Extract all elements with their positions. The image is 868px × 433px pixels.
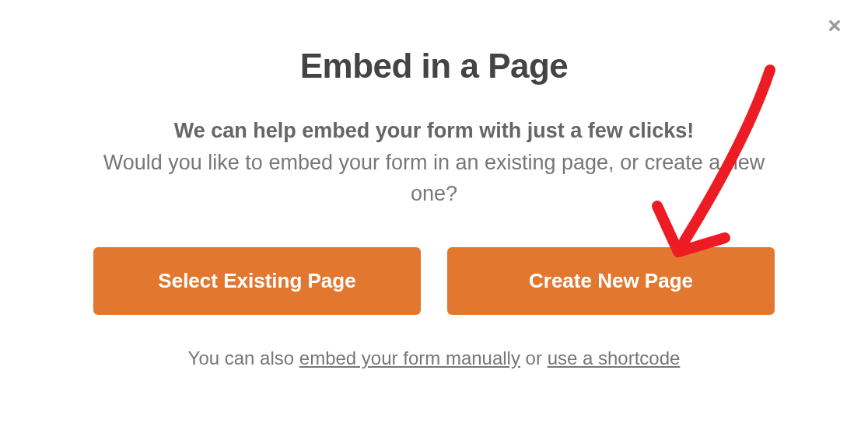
modal-description-rest: Would you like to embed your form in an … (103, 151, 765, 206)
create-new-page-button[interactable]: Create New Page (447, 247, 775, 315)
close-button[interactable] (823, 14, 846, 40)
use-shortcode-link[interactable]: use a shortcode (548, 347, 681, 368)
footer-text: You can also embed your form manually or… (93, 347, 775, 369)
modal-title: Embed in a Page (93, 47, 775, 86)
select-existing-page-button[interactable]: Select Existing Page (93, 247, 421, 315)
modal-description: We can help embed your form with just a … (93, 115, 775, 210)
footer-prefix: You can also (188, 347, 299, 368)
footer-middle: or (520, 347, 548, 368)
embed-manually-link[interactable]: embed your form manually (299, 347, 520, 368)
embed-modal: Embed in a Page We can help embed your f… (0, 0, 868, 433)
close-icon (826, 25, 843, 37)
modal-description-bold: We can help embed your form with just a … (174, 119, 695, 142)
button-row: Select Existing Page Create New Page (93, 247, 775, 315)
